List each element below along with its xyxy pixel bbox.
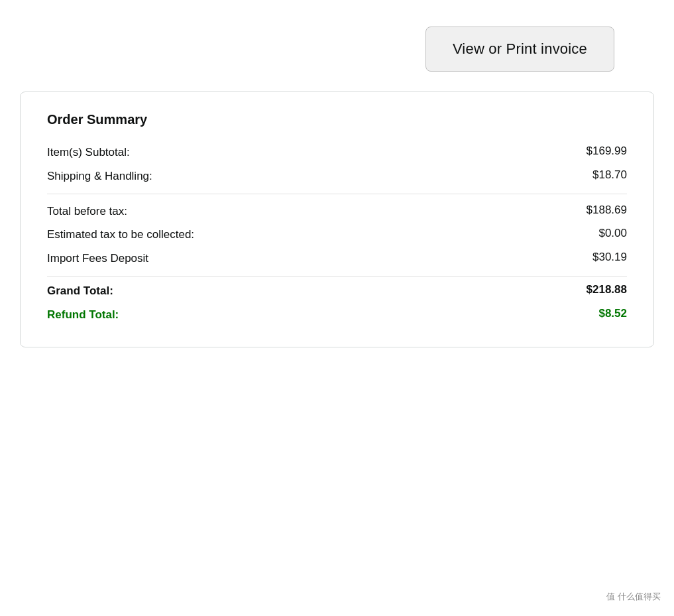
watermark: 值 什么值得买 xyxy=(606,591,661,603)
row-value-grand-total: $218.88 xyxy=(587,283,627,296)
view-print-invoice-button[interactable]: View or Print invoice xyxy=(425,27,614,72)
table-row: Estimated tax to be collected: $0.00 xyxy=(47,223,627,247)
top-section: View or Print invoice xyxy=(20,27,654,72)
order-summary-title: Order Summary xyxy=(47,112,627,127)
row-label-import-fees: Import Fees Deposit xyxy=(47,251,148,267)
row-label-total-before-tax: Total before tax: xyxy=(47,204,127,219)
row-label-estimated-tax: Estimated tax to be collected: xyxy=(47,227,194,243)
table-row: Total before tax: $188.69 xyxy=(47,194,627,223)
row-value-import-fees: $30.19 xyxy=(592,251,627,264)
row-value-items-subtotal: $169.99 xyxy=(587,145,627,158)
summary-table: Item(s) Subtotal: $169.99 Shipping & Han… xyxy=(47,141,627,327)
table-row: Refund Total: $8.52 xyxy=(47,303,627,327)
table-row: Item(s) Subtotal: $169.99 xyxy=(47,141,627,164)
order-summary-box: Order Summary Item(s) Subtotal: $169.99 … xyxy=(20,92,654,347)
row-value-estimated-tax: $0.00 xyxy=(598,227,627,240)
row-label-grand-total: Grand Total: xyxy=(47,283,113,299)
row-value-total-before-tax: $188.69 xyxy=(587,204,627,217)
row-value-refund-total: $8.52 xyxy=(598,307,627,320)
table-row: Shipping & Handling: $18.70 xyxy=(47,164,627,188)
table-row: Import Fees Deposit $30.19 xyxy=(47,247,627,271)
row-value-shipping: $18.70 xyxy=(592,168,627,182)
row-label-shipping: Shipping & Handling: xyxy=(47,168,152,184)
table-row: Grand Total: $218.88 xyxy=(47,276,627,303)
row-label-refund-total: Refund Total: xyxy=(47,307,119,323)
row-label-items-subtotal: Item(s) Subtotal: xyxy=(47,145,130,160)
